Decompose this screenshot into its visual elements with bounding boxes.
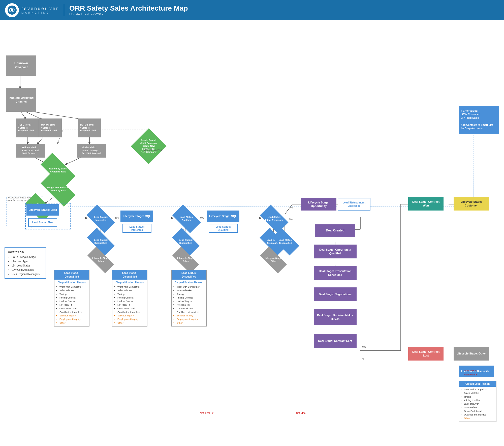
lack-of-buy-label: Lack of Buy: [464, 369, 477, 372]
tofu-form-box: TOFU Form:• State is Required Field: [16, 118, 39, 137]
lcs-mql-box: Lifecycle Stage: MQL: [120, 211, 153, 222]
routed-by-sales-diamond: Routed by Sales Region to RMs: [40, 160, 76, 180]
inbound-marketing-box: Inbound Marketing Channel: [6, 88, 36, 112]
logo-name: revenueriver: [21, 6, 59, 11]
lead-status-new-box: Lead Status: New: [28, 218, 57, 227]
lead-status-disq-4: Lead Status:Disqualified: [272, 234, 299, 249]
yes-label-3: Yes: [289, 207, 293, 210]
logo-subtitle: MARKETING: [21, 11, 59, 14]
lead-status-interested-1: Lead Status:Interested: [87, 211, 115, 227]
mofu-form-box: MOFU Form:• State is Required Field: [39, 118, 62, 137]
closed-lost-reason-box: Closed Lost Reason Went with Competitor …: [459, 381, 496, 422]
deal-stage-decision: Deal Stage: Decision Maker Buy-In: [314, 309, 357, 325]
lead-status-disq-2: Lead Status:Disqualified: [172, 234, 200, 249]
title-block: ORR Safety Sales Architecture Map Update…: [69, 4, 188, 16]
logo-icon: [5, 3, 19, 17]
lead-status-intent-2-box: Lead Status: Intent Expressed: [338, 198, 370, 211]
logo-text-block: revenueriver MARKETING: [21, 6, 59, 14]
lcs-other-2: Lifecycle Stage:Other: [172, 253, 200, 267]
header-divider: [64, 4, 64, 16]
lcs-lead-box: Lifecycle Stage: Lead: [26, 204, 59, 216]
page-title: ORR Safety Sales Architecture Map: [69, 4, 188, 12]
no-contract-label: No: [362, 358, 365, 361]
lcs-opportunity-box: Lifecycle Stage: Opportunity: [301, 198, 336, 211]
lcs-other-1: Lifecycle Stage:Other: [87, 253, 115, 267]
lead-status-disq-1: Lead Status:Disqualified: [87, 234, 115, 249]
svg-point-1: [11, 9, 13, 11]
lead-status-intent-diamond: Lead Status:Intent Expressed: [260, 211, 288, 227]
disq-reason-box-2: Lead Status:Disqualified Disqualificatio…: [112, 270, 147, 326]
lead-status-qualified-diamond: Lead Status:Qualified: [173, 211, 200, 227]
yes-contract-label: Yes: [362, 345, 366, 348]
page-subtitle: Updated Last: 7/6/2017: [69, 12, 188, 16]
lcs-customer-box: Lifecycle Stage: Customer: [454, 197, 489, 211]
arrows-layer: [0, 20, 504, 446]
lcs-sql-box: Lifecycle Stage: SQL: [207, 211, 239, 222]
deal-stage-contract-sent: Deal Stage: Contract Sent: [314, 334, 357, 348]
disq-reason-box-1: Lead Status:Disqualified Disqualificatio…: [54, 270, 89, 326]
deal-stage-contract-lost: Deal Stage: Contract Lost: [408, 347, 444, 361]
yes-label-1: Yes: [115, 216, 119, 219]
disq-reason-box-3: Lead Status:Disqualified Disqualificatio…: [171, 270, 207, 326]
manual-process-label: Manual Process: [144, 149, 162, 152]
create-parent-diamond: Create Parent/ Child CompanyCreate New C…: [134, 131, 164, 161]
deal-stage-negotiations: Deal Stage: Negotiations: [314, 287, 357, 301]
lcs-other-right-box: Lifecycle Stage: Other: [454, 347, 489, 361]
deal-stage-contract-won: Deal Stage: Contract Won: [408, 197, 444, 211]
not-ideal-fit-label-3: Not Ideal Fit: [464, 373, 477, 376]
assign-hubspot-diamond: Assign New HubSpot Owner by RMS: [40, 180, 76, 198]
bofu-form-box: BOFU Form:• State is Required Field: [78, 118, 101, 137]
unknown-prospect-box: Unknown Prospect: [6, 55, 36, 76]
page-header: revenueriver MARKETING ORR Safety Sales …: [0, 0, 504, 20]
deal-stage-presentation: Deal Stage: Presentation Scheduled: [314, 266, 357, 280]
not-ideal-fit-label-1: Not Ideal Fit: [200, 412, 213, 414]
acronym-key-title: Acronym Key: [8, 250, 43, 254]
yes-label-2: Yes: [200, 216, 204, 219]
lead-status-qualified-2: Lead Status: Qualified: [209, 224, 238, 233]
if-criteria-box: If Criteria Met: LCS= Customer LT= Field…: [459, 106, 499, 134]
diagram-canvas: Unknown Prospect Inbound Marketing Chann…: [0, 20, 504, 446]
hidden-field-2-box: Hidden Field:• Set LCS- MQLSet LS- Inter…: [77, 144, 106, 158]
lcs-other-3: Lifecycle Stage:Other: [260, 253, 287, 267]
acronym-key-box: Acronym Key LCS= Lifecycle Stage LT= Lea…: [5, 247, 46, 279]
no-label-4: No: [289, 218, 293, 221]
hidden-field-1-box: Hidden Field:• Set LCS- LeadSet LS- New: [16, 144, 45, 158]
lead-status-interested-2: Lead Status: Interested: [122, 224, 151, 233]
deal-created-box: Deal Created: [315, 224, 355, 237]
logo-area: revenueriver MARKETING: [5, 3, 59, 17]
deal-stage-opp-qualified: Deal Stage: Opportunity Qualified: [314, 245, 357, 258]
not-ideal-fit-label-2: Not Ideal: [296, 412, 306, 414]
